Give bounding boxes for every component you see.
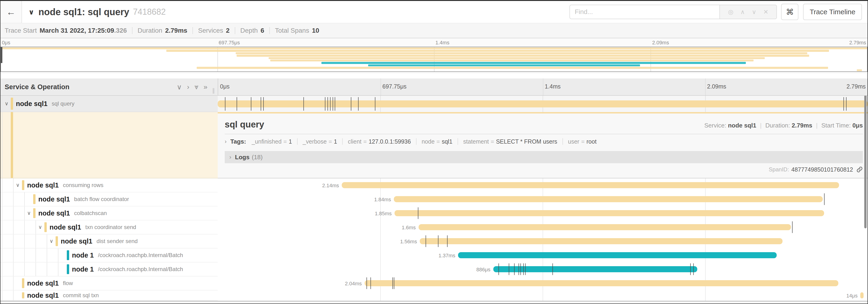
span-timeline-cell[interactable]: 2.04ms <box>218 276 868 291</box>
span-row[interactable]: ∨node sql1colbatchscan1.85ms <box>0 206 868 221</box>
span-color-bar <box>67 264 69 274</box>
span-detail-title-row: sql queryService: node sql1|Duration: 2.… <box>225 120 863 130</box>
logs-toggle[interactable]: ›Logs(18) <box>225 151 863 163</box>
span-bar[interactable] <box>458 252 776 258</box>
span-timeline-cell[interactable] <box>218 96 868 112</box>
tag-equals: = <box>437 138 440 145</box>
chevron-down-icon[interactable]: ∨ <box>38 224 42 230</box>
span-row[interactable]: ∨node sql1sql query <box>0 96 868 112</box>
indent-guide <box>2 192 2 206</box>
trace-id: 7418682 <box>133 7 165 17</box>
indent-guide <box>13 276 13 290</box>
indent-guide <box>2 96 2 112</box>
span-timeline-cell[interactable]: 1.37ms <box>218 248 868 263</box>
span-tree-cell[interactable]: node 1/cockroach.roachpb.Internal/Batch <box>0 248 218 263</box>
span-service-name: node 1 <box>72 266 94 273</box>
back-button[interactable]: ← <box>0 1 22 23</box>
duration-label: Duration <box>137 27 162 34</box>
collapse-one-icon[interactable]: ∨ <box>177 83 182 91</box>
span-color-bar <box>22 180 24 190</box>
tags-row[interactable]: ›Tags:_unfinished=1_verbose=1client=127.… <box>225 134 863 149</box>
prev-result-icon[interactable]: ∧ <box>741 8 745 15</box>
rows-end-line <box>0 301 868 302</box>
log-marker-tick <box>509 263 509 275</box>
ruler-tick-label: 1.4ms <box>545 83 561 90</box>
span-tree-cell[interactable]: node sql1commit sql txn <box>0 291 218 301</box>
keyboard-shortcuts-button[interactable]: ⌘ <box>781 4 798 20</box>
find-input[interactable] <box>569 5 720 19</box>
indent-guide <box>2 112 2 178</box>
span-row[interactable]: node sql1flow2.04ms <box>0 276 868 291</box>
service-operation-header: Service & Operation ∨ › ⩔ » ∥ <box>0 78 218 95</box>
collapse-trace-icon[interactable]: ∨ <box>29 8 34 16</box>
span-bar[interactable] <box>365 280 838 286</box>
span-tree-cell[interactable]: ∨node sql1txn coordinator send <box>0 221 218 234</box>
minimap-span-bar <box>197 67 828 69</box>
services-value: 2 <box>226 27 229 34</box>
minimap-drag-handle[interactable] <box>1 47 2 63</box>
span-tree-cell[interactable]: ∨node sql1sql query <box>0 96 218 112</box>
span-timeline-cell[interactable]: 1.85ms <box>218 206 868 221</box>
duration-label: Duration: <box>766 122 790 129</box>
span-tree-cell[interactable]: node 1/cockroach.roachpb.Internal/Batch <box>0 263 218 276</box>
log-marker-tick <box>358 97 359 111</box>
span-timeline-cell[interactable]: 1.84ms <box>218 192 868 206</box>
span-bar[interactable] <box>493 266 698 272</box>
start-time-value: 0μs <box>852 122 863 129</box>
minimap-span-bar <box>1 47 867 49</box>
chevron-down-icon[interactable]: ∨ <box>27 210 31 216</box>
span-row[interactable]: ∨node sql1consuming rows2.14ms <box>0 178 868 192</box>
minimap-span-bar <box>368 64 640 66</box>
span-tree-cell[interactable]: ∨node sql1colbatchscan <box>0 206 218 221</box>
span-timeline-cell[interactable]: 886μs <box>218 263 868 276</box>
span-operation-name: batch flow coordinator <box>74 196 129 202</box>
view-selector-button[interactable]: Trace Timeline ∨ <box>803 4 862 20</box>
span-tree-cell[interactable]: ∨node sql1dist sender send <box>0 234 218 248</box>
expand-all-icon[interactable]: » <box>204 83 208 91</box>
next-result-icon[interactable]: ∨ <box>752 8 756 15</box>
logs-count: (18) <box>252 154 262 161</box>
span-timeline-cell[interactable]: 2.14ms <box>218 178 868 192</box>
span-row[interactable]: node sql1batch flow coordinator1.84ms <box>0 192 868 206</box>
span-row[interactable]: ∨node sql1dist sender send1.56ms <box>0 234 868 248</box>
span-tree-cell[interactable]: node sql1flow <box>0 276 218 291</box>
span-service-name: node sql1 <box>27 292 59 299</box>
indent-guide <box>47 234 47 248</box>
span-bar[interactable] <box>218 100 868 107</box>
expand-one-icon[interactable]: › <box>187 83 189 91</box>
column-resize-handle[interactable]: ∥ <box>212 87 215 95</box>
span-row[interactable]: ∨node sql1txn coordinator send1.6ms <box>0 221 868 234</box>
span-timeline-cell[interactable]: 1.56ms <box>218 234 868 248</box>
span-bar[interactable] <box>860 292 864 298</box>
span-bar[interactable] <box>394 196 823 202</box>
span-row[interactable]: node sql1commit sql txn14μs <box>0 291 868 301</box>
locate-icon[interactable]: ◎ <box>728 8 734 15</box>
span-bar[interactable] <box>420 238 782 244</box>
span-tree-cell[interactable]: node sql1batch flow coordinator <box>0 192 218 206</box>
find-controls: ◎ ∧ ∨ ✕ <box>720 5 777 19</box>
link-icon[interactable] <box>856 166 863 173</box>
span-tree-cell[interactable]: ∨node sql1consuming rows <box>0 178 218 192</box>
span-timeline-cell[interactable]: 1.6ms <box>218 221 868 234</box>
log-marker-tick <box>690 263 691 275</box>
vertical-scrollbar[interactable] <box>864 96 867 228</box>
minimap-tick-label: 697.75μs <box>219 40 240 46</box>
collapse-all-icon[interactable]: ⩔ <box>194 83 198 91</box>
chevron-right-icon[interactable]: › <box>229 154 231 160</box>
clear-search-icon[interactable]: ✕ <box>763 8 769 15</box>
chevron-down-icon[interactable]: ∨ <box>5 101 8 107</box>
chevron-right-icon[interactable]: › <box>225 138 226 145</box>
trace-title-wrap[interactable]: ∨ node sql1: sql query 7418682 <box>29 7 166 17</box>
span-row[interactable]: node 1/cockroach.roachpb.Internal/Batch8… <box>0 263 868 276</box>
indent-guide <box>24 263 25 276</box>
span-bar[interactable] <box>395 210 824 216</box>
log-marker-tick <box>328 97 328 111</box>
chevron-down-icon[interactable]: ∨ <box>50 238 53 244</box>
span-bar[interactable] <box>418 224 791 230</box>
command-icon: ⌘ <box>786 7 794 16</box>
span-row[interactable]: node 1/cockroach.roachpb.Internal/Batch1… <box>0 248 868 263</box>
span-bar[interactable] <box>342 182 839 188</box>
minimap-canvas[interactable] <box>0 47 868 72</box>
chevron-down-icon[interactable]: ∨ <box>16 182 20 188</box>
span-timeline-cell[interactable]: 14μs <box>218 291 868 301</box>
